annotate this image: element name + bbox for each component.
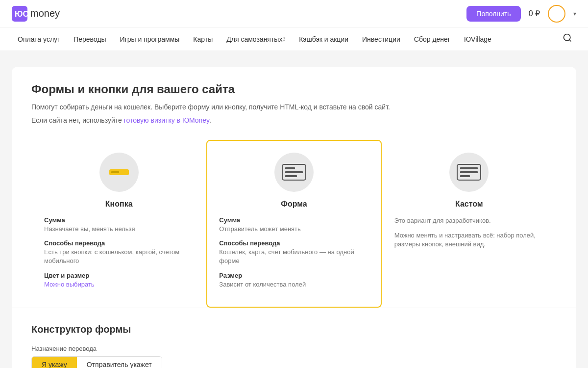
form-feature-size: Размер Зависит от количества полей xyxy=(219,272,368,289)
toggle-sender-button[interactable]: Отправитель укажет xyxy=(77,357,162,368)
svg-text:ЮО: ЮО xyxy=(15,10,27,18)
yo-logo-icon: ЮО xyxy=(12,6,27,22)
option-card-custom[interactable]: Кастом Это вариант для разработчиков. Мо… xyxy=(382,140,557,308)
nav-item-карты[interactable]: Карты xyxy=(187,27,219,51)
svg-rect-9 xyxy=(285,175,297,177)
form-option-icon xyxy=(274,153,314,192)
custom-option-icon xyxy=(449,153,489,192)
nav-item-кэшбэк[interactable]: Кэшбэк и акции xyxy=(293,27,354,51)
page-link-line: Если сайта нет, используйте готовую визи… xyxy=(31,116,557,124)
svg-rect-13 xyxy=(460,175,470,177)
svg-rect-11 xyxy=(460,167,478,169)
content-card: Формы и кнопки для вашего сайта Помогут … xyxy=(12,67,576,368)
custom-icon-svg xyxy=(456,163,482,181)
form-icon-svg xyxy=(281,163,307,181)
logo-text: money xyxy=(30,8,60,19)
page-title: Формы и кнопки для вашего сайта xyxy=(31,82,557,96)
constructor-title: Конструктор формы xyxy=(31,324,557,335)
search-icon xyxy=(563,33,572,43)
button-option-title: Кнопка xyxy=(44,200,194,209)
constructor-section: Конструктор формы Назначение перевода Я … xyxy=(31,308,557,368)
main-content: Формы и кнопки для вашего сайта Помогут … xyxy=(0,51,588,368)
nav-item-сбор[interactable]: Сбор денег xyxy=(408,27,456,51)
page-description: Помогут собирать деньги на кошелек. Выбе… xyxy=(31,102,557,112)
button-feature-color: Цвет и размер Можно выбирать xyxy=(44,272,194,289)
form-feature-methods: Способы перевода Кошелек, карта, счет мо… xyxy=(219,239,368,265)
nav-item-переводы[interactable]: Переводы xyxy=(68,27,112,51)
nav-item-юvillage[interactable]: ЮVillage xyxy=(458,27,497,51)
svg-rect-5 xyxy=(111,171,119,173)
form-option-title: Форма xyxy=(219,200,368,209)
custom-feature-1: Это вариант для разработчиков. xyxy=(394,216,544,225)
button-option-icon xyxy=(99,153,139,192)
header-right: Пополнить 0 ₽ ▾ xyxy=(466,5,576,23)
svg-point-2 xyxy=(564,34,570,41)
custom-feature-2: Можно менять и настраивать всё: набор по… xyxy=(394,231,544,249)
toggle-me-button[interactable]: Я укажу xyxy=(32,357,77,368)
svg-line-3 xyxy=(569,40,571,42)
svg-rect-7 xyxy=(285,167,295,169)
avatar[interactable] xyxy=(548,5,565,23)
transfer-purpose-label: Назначение перевода xyxy=(31,345,557,352)
option-card-form[interactable]: Форма Сумма Отправитель может менять Спо… xyxy=(206,140,381,308)
option-card-button[interactable]: Кнопка Сумма Назначаете вы, менять нельз… xyxy=(31,140,206,308)
button-icon-svg xyxy=(107,164,131,180)
option-cards-row: Кнопка Сумма Назначаете вы, менять нельз… xyxy=(31,140,557,308)
nav-item-игры[interactable]: Игры и программы xyxy=(114,27,186,51)
svg-rect-12 xyxy=(460,171,478,173)
main-nav: Оплата услуг Переводы Игры и программы К… xyxy=(0,27,588,51)
button-feature-sum: Сумма Назначаете вы, менять нельзя xyxy=(44,216,194,234)
vizitka-link[interactable]: готовую визитку в ЮMoney xyxy=(124,116,209,124)
nav-item-инвестиции[interactable]: Инвестиции xyxy=(356,27,406,51)
beta-badge: β xyxy=(282,36,285,42)
nav-item-самозанятые[interactable]: Для самозанятыхβ xyxy=(220,27,291,51)
chevron-down-icon[interactable]: ▾ xyxy=(573,10,576,17)
toggle-group: Я укажу Отправитель укажет xyxy=(31,356,162,368)
button-feature-methods: Способы перевода Есть три кнопки: с коше… xyxy=(44,239,194,265)
header: ЮО money Пополнить 0 ₽ ▾ xyxy=(0,0,588,27)
nav-item-oплата[interactable]: Оплата услуг xyxy=(12,27,66,51)
form-feature-sum: Сумма Отправитель может менять xyxy=(219,216,368,234)
logo[interactable]: ЮО money xyxy=(12,6,60,22)
svg-rect-8 xyxy=(285,171,303,173)
balance-display: 0 ₽ xyxy=(529,9,540,18)
search-button[interactable] xyxy=(559,29,576,49)
custom-option-title: Кастом xyxy=(394,200,544,209)
top-up-button[interactable]: Пополнить xyxy=(466,6,520,22)
